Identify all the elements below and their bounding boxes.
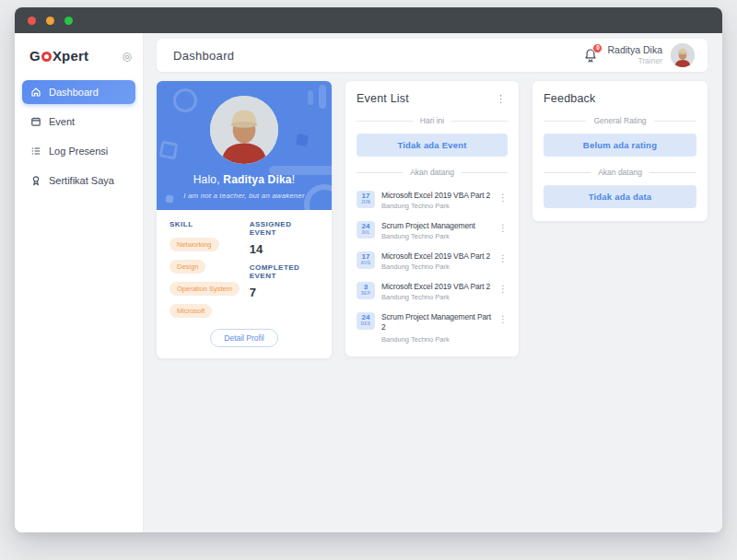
profile-quote: I am not a teacher, but an awakener [157, 192, 332, 200]
general-rating-divider: General Rating [544, 116, 696, 125]
event-list-card: Event List ⋮ Hari ini Tidak ada Event Ak… [345, 81, 519, 356]
profile-greeting: Halo, Raditya Dika! [157, 173, 332, 186]
upcoming-divider: Akan datang [357, 168, 508, 177]
sidebar-item-log-presensi[interactable]: Log Presensi [22, 139, 135, 163]
sidebar: G Xpert ◎ Dashboard [15, 33, 144, 532]
logo-text-xpert: Xpert [53, 48, 88, 64]
event-date-badge: 24 JUL [357, 221, 375, 239]
logo-o-icon [41, 52, 52, 62]
assigned-event-label: ASSIGNED EVENT [250, 220, 319, 237]
minimize-window-button[interactable] [46, 17, 54, 25]
sidebar-item-label: Event [49, 116, 75, 127]
certificate-icon [30, 175, 41, 186]
profile-photo [210, 96, 278, 164]
event-row-menu-icon[interactable]: ⋮ [498, 312, 508, 324]
event-row-menu-icon[interactable]: ⋮ [498, 221, 508, 233]
skill-tag: Operation System [170, 282, 240, 296]
sidebar-item-label: Dashboard [49, 87, 99, 98]
feedback-card: Feedback General Rating Belum ada rating… [532, 81, 708, 221]
maximize-window-button[interactable] [64, 17, 73, 25]
sidebar-item-label: Log Presensi [49, 146, 108, 157]
no-rating-button[interactable]: Belum ada rating [544, 134, 696, 157]
sidebar-item-label: Sertifikat Saya [49, 175, 114, 186]
user-name: Raditya Dika [607, 44, 662, 56]
page-header: Dashboard 0 Raditya Dika Trainer [157, 39, 708, 72]
page-title: Dashboard [173, 49, 234, 63]
event-title: Microsoft Excel 2019 VBA Part 2 [381, 251, 492, 261]
logo-text-g: G [29, 48, 41, 64]
event-location: Bandung Techno Park [381, 293, 492, 301]
window-titlebar [15, 7, 722, 33]
decor-square-dark [296, 134, 309, 146]
event-row[interactable]: 24 DES Scrum Project Management Part 2 B… [357, 307, 508, 349]
event-title: Microsoft Excel 2019 VBA Part 2 [381, 191, 492, 200]
profile-greeting-name: Raditya Dika [223, 173, 291, 186]
app-logo: G Xpert [29, 48, 88, 64]
event-location: Bandung Techno Park [381, 232, 492, 240]
completed-event-value: 7 [250, 286, 319, 299]
event-location: Bandung Techno Park [381, 262, 492, 271]
no-event-today-button[interactable]: Tidak ada Event [357, 134, 508, 157]
event-title: Scrum Project Management [381, 221, 492, 230]
sidebar-nav: Dashboard Event Log Presensi [15, 80, 143, 192]
skill-tag: Microsoft [170, 304, 212, 318]
sidebar-item-dashboard[interactable]: Dashboard [22, 80, 135, 104]
notifications-button[interactable]: 0 [582, 47, 599, 64]
avatar-photo [671, 43, 695, 67]
skill-tag: Networking [170, 238, 219, 251]
event-date-badge: 17 AUG [357, 251, 375, 269]
event-list-title: Event List [357, 92, 409, 105]
assigned-event-value: 14 [250, 242, 319, 256]
event-title: Microsoft Excel 2019 VBA Part 2 [381, 282, 492, 291]
decor-bar [319, 85, 326, 109]
profile-banner: Halo, Raditya Dika! I am not a teacher, … [157, 81, 332, 210]
event-row[interactable]: 3 SEP Microsoft Excel 2019 VBA Part 2 Ba… [357, 276, 508, 307]
event-location: Bandung Techno Park [381, 335, 492, 344]
event-row[interactable]: 17 AUG Microsoft Excel 2019 VBA Part 2 B… [357, 246, 508, 276]
event-date-badge: 24 DES [357, 312, 375, 330]
home-icon [30, 87, 41, 98]
event-row-menu-icon[interactable]: ⋮ [498, 282, 508, 294]
detail-profil-button[interactable]: Detail Profil [210, 329, 277, 347]
event-row-menu-icon[interactable]: ⋮ [498, 191, 508, 203]
event-row[interactable]: 24 JUL Scrum Project Management Bandung … [357, 216, 508, 246]
event-row-menu-icon[interactable]: ⋮ [498, 251, 508, 263]
event-date-badge: 3 SEP [357, 282, 375, 299]
decor-square [159, 141, 179, 160]
user-avatar[interactable] [671, 43, 695, 67]
feedback-title: Feedback [544, 92, 596, 105]
completed-event-label: COMPLETED EVENT [250, 263, 319, 280]
no-data-button[interactable]: Tidak ada data [544, 185, 696, 208]
calendar-icon [30, 116, 41, 127]
close-window-button[interactable] [28, 17, 36, 25]
feedback-upcoming-divider: Akan datang [544, 168, 696, 177]
notification-badge: 0 [592, 43, 602, 53]
event-location: Bandung Techno Park [381, 202, 492, 210]
decor-bar [308, 90, 313, 105]
today-divider: Hari ini [357, 116, 508, 125]
list-icon [30, 146, 41, 157]
event-list-menu-icon[interactable]: ⋮ [494, 94, 508, 104]
event-date-badge: 17 JUN [357, 191, 375, 208]
event-title: Scrum Project Management Part 2 [381, 312, 492, 333]
user-meta: Raditya Dika Trainer [607, 44, 662, 66]
skill-label: SKILL [170, 220, 250, 228]
skill-tag: Design [170, 260, 205, 274]
sidebar-toggle-icon[interactable]: ◎ [123, 51, 132, 62]
decor-circle [173, 88, 197, 112]
main-area: Dashboard 0 Raditya Dika Trainer [144, 33, 722, 532]
sidebar-item-sertifikat-saya[interactable]: Sertifikat Saya [22, 169, 135, 192]
sidebar-item-event[interactable]: Event [22, 110, 135, 134]
event-row[interactable]: 17 JUN Microsoft Excel 2019 VBA Part 2 B… [357, 185, 508, 216]
user-role: Trainer [607, 56, 662, 66]
app-window: G Xpert ◎ Dashboard [15, 7, 722, 532]
profile-card: Halo, Raditya Dika! I am not a teacher, … [157, 81, 332, 358]
